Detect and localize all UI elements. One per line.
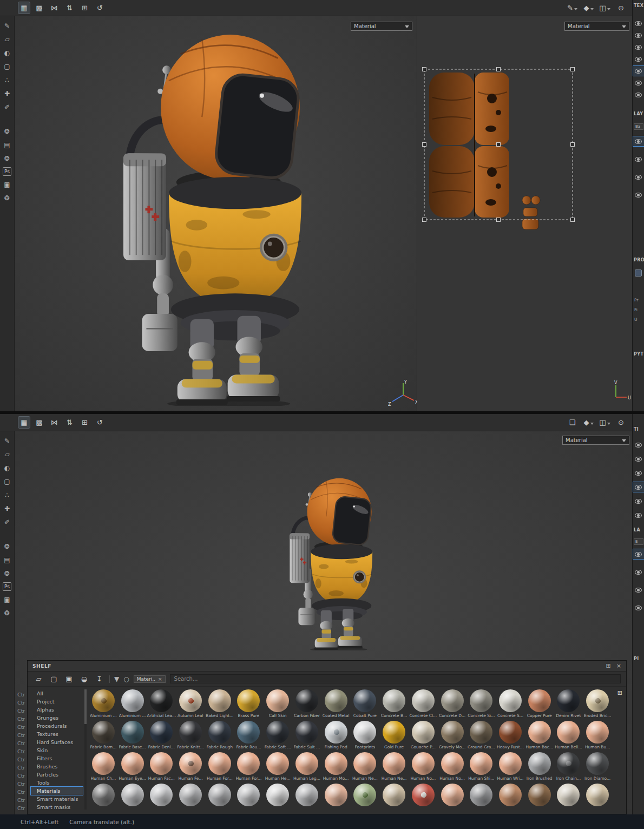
- material-thumbnail[interactable]: Cobalt Pure: [350, 687, 379, 719]
- eraser-tool-icon[interactable]: ▱: [2, 450, 12, 459]
- material-thumbnail[interactable]: Footprints: [350, 719, 379, 750]
- material-thumbnail[interactable]: [466, 781, 496, 813]
- polygon-fill-tool-icon[interactable]: ▢: [2, 477, 12, 486]
- material-thumbnail[interactable]: [409, 781, 438, 813]
- shelf-category-textures[interactable]: Textures: [31, 730, 83, 738]
- visibility-toggle[interactable]: [633, 54, 644, 64]
- visibility-toggle[interactable]: [633, 510, 644, 520]
- material-dropdown[interactable]: Material: [564, 22, 629, 31]
- material-thumbnail[interactable]: Copper Pure: [525, 687, 554, 719]
- search-input[interactable]: [170, 674, 621, 683]
- shelf-category-filters[interactable]: Filters: [31, 754, 83, 762]
- preferences-icon[interactable]: ❂: [2, 193, 12, 203]
- visibility-toggle[interactable]: [633, 585, 644, 595]
- material-thumbnail[interactable]: Concrete Cl...: [409, 687, 438, 719]
- material-thumbnail[interactable]: Human No...: [438, 750, 467, 781]
- material-thumbnail[interactable]: Human Bell...: [554, 719, 583, 750]
- render-grid-icon[interactable]: ▩: [34, 2, 45, 14]
- material-thumbnail[interactable]: Human For...: [234, 750, 264, 781]
- material-picker-tool-icon[interactable]: ✐: [2, 517, 12, 527]
- close-icon[interactable]: ×: [616, 662, 621, 669]
- shelf-category-all[interactable]: All: [31, 689, 83, 698]
- material-thumbnail[interactable]: Autumn Leaf: [176, 687, 205, 719]
- material-thumbnail[interactable]: Human Bac...: [525, 719, 554, 750]
- paint-tool-icon[interactable]: ✎: [2, 436, 12, 446]
- material-thumbnail[interactable]: Artificial Lea...: [147, 687, 176, 719]
- visibility-toggle[interactable]: [633, 78, 644, 88]
- material-thumbnail[interactable]: Coated Metal: [321, 687, 351, 719]
- material-thumbnail[interactable]: Concrete Si...: [466, 687, 496, 719]
- material-thumbnail[interactable]: [176, 781, 205, 813]
- polygon-fill-tool-icon[interactable]: ▢: [2, 62, 12, 71]
- material-dropdown[interactable]: Material: [562, 436, 629, 445]
- material-thumbnail[interactable]: [147, 781, 176, 813]
- paint-tool-icon[interactable]: ✎: [2, 21, 12, 31]
- shelf-category-smart-masks[interactable]: Smart masks: [31, 803, 83, 811]
- new-file-icon[interactable]: ▢: [48, 673, 60, 685]
- display-settings-icon[interactable]: ▤: [2, 555, 12, 565]
- iray-renderer-icon[interactable]: ▣: [2, 595, 12, 604]
- material-thumbnail[interactable]: Denim Rivet: [554, 687, 583, 719]
- material-thumbnail[interactable]: [379, 781, 409, 813]
- visibility-toggle[interactable]: [633, 172, 644, 182]
- shader-icon[interactable]: ◆: [583, 417, 594, 428]
- material-thumbnail[interactable]: Human For...: [205, 750, 234, 781]
- shelf-category-skin[interactable]: Skin: [31, 746, 83, 754]
- material-thumbnail[interactable]: Human Ch...: [89, 750, 118, 781]
- material-thumbnail[interactable]: [234, 781, 264, 813]
- properties-icon[interactable]: [635, 269, 642, 277]
- material-thumbnail[interactable]: Carbon Fiber: [292, 687, 321, 719]
- visibility-toggle[interactable]: [633, 90, 644, 100]
- shelf-category-hard-surfaces[interactable]: Hard Surfaces: [31, 738, 83, 746]
- comment-icon[interactable]: ❏: [567, 417, 578, 428]
- shelf-category-procedurals[interactable]: Procedurals: [31, 722, 83, 730]
- material-thumbnail[interactable]: Eroded Bric...: [583, 687, 612, 719]
- material-thumbnail[interactable]: Human No...: [409, 750, 438, 781]
- viewport-3d[interactable]: Material Y X Z: [15, 16, 417, 411]
- photoshop-badge[interactable]: Ps: [3, 167, 11, 176]
- material-thumbnail[interactable]: Human Mo...: [321, 750, 351, 781]
- projection-tool-icon[interactable]: ◐: [2, 463, 12, 473]
- shelf-category-project[interactable]: Project: [31, 698, 83, 706]
- import-resources-icon[interactable]: ↧: [94, 673, 105, 685]
- material-thumbnail[interactable]: [438, 781, 467, 813]
- shelf-category-tools[interactable]: Tools: [31, 779, 83, 787]
- material-thumbnail[interactable]: Human Fe...: [176, 750, 205, 781]
- material-thumbnail[interactable]: Fabric Base...: [118, 719, 147, 750]
- material-thumbnail[interactable]: Human Wri...: [496, 750, 525, 781]
- channel-dropdown-stub[interactable]: E: [634, 538, 643, 545]
- material-thumbnail[interactable]: Aluminium ...: [118, 687, 147, 719]
- material-thumbnail[interactable]: Human Ne...: [350, 750, 379, 781]
- visibility-toggle[interactable]: [633, 454, 644, 464]
- tool-settings-icon[interactable]: ❂: [2, 127, 12, 136]
- shelf-category-grunges[interactable]: Grunges: [31, 714, 83, 722]
- filter-chip[interactable]: Materi.. ×: [134, 675, 166, 683]
- material-thumbnail[interactable]: [118, 781, 147, 813]
- material-thumbnail[interactable]: [89, 781, 118, 813]
- visibility-toggle[interactable]: [633, 567, 644, 577]
- material-thumbnail[interactable]: Human Leg...: [292, 750, 321, 781]
- material-thumbnail[interactable]: Iron Brushed: [525, 750, 554, 781]
- preferences-icon[interactable]: ❂: [2, 608, 12, 618]
- material-thumbnail[interactable]: Human Ne...: [379, 750, 409, 781]
- material-thumbnail[interactable]: Concrete D...: [438, 687, 467, 719]
- tool-settings-icon[interactable]: ❂: [2, 542, 12, 551]
- history-icon[interactable]: ↺: [94, 417, 106, 428]
- shader-icon[interactable]: ◆: [583, 2, 594, 14]
- camera-icon[interactable]: ◫: [599, 2, 610, 14]
- hide-resources-icon[interactable]: ◒: [78, 673, 90, 685]
- shader-settings-icon[interactable]: ❂: [2, 154, 12, 163]
- material-thumbnail[interactable]: [321, 781, 351, 813]
- material-thumbnail[interactable]: Fabric Soft ...: [263, 719, 292, 750]
- material-thumbnail[interactable]: Human Bu...: [583, 719, 612, 750]
- iray-renderer-icon[interactable]: ▣: [2, 180, 12, 189]
- material-thumbnail[interactable]: Fabric Knitt...: [176, 719, 205, 750]
- material-thumbnail[interactable]: Iron Diamo...: [583, 750, 612, 781]
- physical-paint-tool-icon[interactable]: ✚: [2, 504, 12, 514]
- uv-islands[interactable]: [417, 16, 632, 411]
- material-thumbnail[interactable]: Calf Skin: [263, 687, 292, 719]
- material-thumbnail[interactable]: Gold Pure: [379, 719, 409, 750]
- material-thumbnail[interactable]: Gravely Mo...: [438, 719, 467, 750]
- rename-icon[interactable]: ✎: [567, 2, 578, 14]
- material-thumbnail[interactable]: [205, 781, 234, 813]
